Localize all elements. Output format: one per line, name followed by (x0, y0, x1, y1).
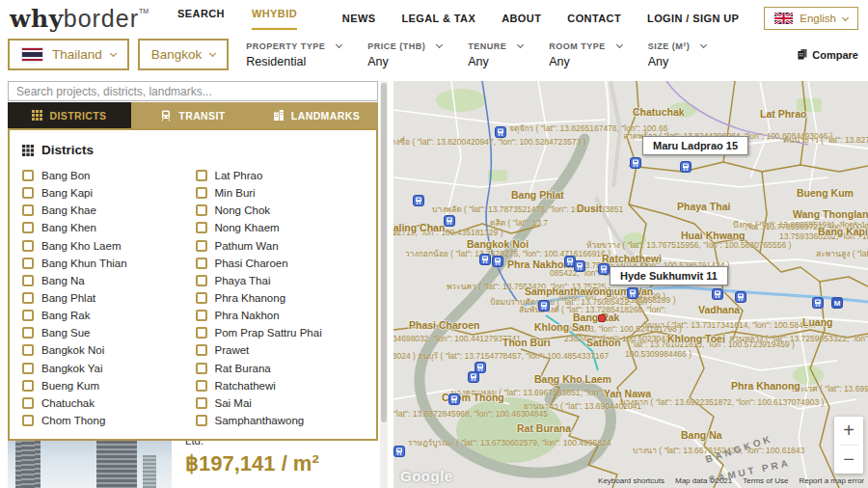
transit-station-marker[interactable] (680, 161, 692, 173)
tab-districts[interactable]: DISTRICTS (8, 102, 131, 128)
tab-landmarks[interactable]: LANDMARKS (255, 102, 378, 128)
checkbox[interactable] (196, 240, 207, 252)
attribution-keyboard-shortcuts[interactable]: Keyboard shortcuts (598, 476, 665, 485)
nav-contact[interactable]: CONTACT (567, 13, 621, 24)
district-checkbox-item[interactable]: Pathum Wan (196, 240, 369, 252)
district-checkbox-item[interactable]: Bang Phlat (22, 292, 196, 304)
search-input[interactable] (8, 81, 378, 101)
checkbox[interactable] (196, 380, 207, 392)
district-checkbox-item[interactable]: Bang Na (22, 275, 196, 286)
district-checkbox-item[interactable]: Phra Nakhon (196, 310, 369, 321)
checkbox[interactable] (22, 415, 34, 426)
transit-station-marker[interactable] (393, 446, 405, 457)
filter-price-thb-[interactable]: PRICE (THB)Any (367, 41, 442, 68)
zoom-in-button[interactable]: + (834, 417, 863, 445)
district-checkbox-item[interactable]: Bang Khen (22, 222, 196, 233)
attribution-terms-of-use[interactable]: Terms of Use (743, 476, 788, 485)
transit-station-marker[interactable] (479, 254, 491, 265)
transit-station-marker[interactable] (574, 260, 585, 272)
checkbox[interactable] (196, 258, 207, 269)
district-checkbox-item[interactable]: Bangkok Noi (22, 344, 196, 356)
district-checkbox-item[interactable]: Chom Thong (22, 415, 196, 426)
district-checkbox-item[interactable]: Bang Bon (22, 170, 196, 181)
district-checkbox-item[interactable]: Phra Khanong (196, 292, 369, 304)
tab-transit[interactable]: TRANSIT (131, 102, 255, 128)
filter-tenure[interactable]: TENUREAny (468, 41, 523, 68)
district-checkbox-item[interactable]: Bueng Kum (22, 380, 196, 392)
checkbox[interactable] (196, 222, 207, 233)
district-checkbox-item[interactable]: Chatuchak (22, 397, 196, 409)
checkbox[interactable] (22, 187, 34, 199)
checkbox[interactable] (22, 344, 34, 356)
filter-size-m-[interactable]: SIZE (M²)Any (648, 41, 707, 68)
checkbox[interactable] (22, 240, 34, 252)
map-canvas[interactable]: จตุจักร ( "lat": 13.8265167478, "lon": 1… (393, 81, 868, 488)
district-checkbox-item[interactable]: Bang Khae (22, 204, 196, 216)
country-select[interactable]: Thailand (8, 39, 129, 70)
district-checkbox-item[interactable]: Prawet (196, 344, 369, 356)
checkbox[interactable] (196, 327, 207, 339)
checkbox[interactable] (22, 310, 34, 321)
transit-station-marker[interactable] (735, 291, 746, 303)
district-checkbox-item[interactable]: Bang Kho Laem (22, 240, 196, 252)
checkbox[interactable] (196, 187, 207, 199)
language-selector[interactable]: English (764, 7, 858, 30)
district-checkbox-item[interactable]: Pom Prap Sattru Phai (196, 327, 369, 339)
scrollbar-track[interactable] (380, 81, 388, 488)
checkbox[interactable] (196, 397, 207, 409)
district-checkbox-item[interactable]: Min Buri (196, 187, 369, 199)
district-checkbox-item[interactable]: Bang Kapi (22, 187, 196, 199)
transit-station-marker[interactable] (627, 287, 638, 299)
checkbox[interactable] (22, 380, 34, 392)
checkbox[interactable] (196, 344, 207, 356)
checkbox[interactable] (196, 204, 207, 216)
transit-station-marker[interactable] (444, 215, 455, 227)
checkbox[interactable] (196, 310, 207, 321)
attribution-map-data-2021[interactable]: Map data ©2021 (675, 476, 732, 485)
map-red-marker[interactable] (598, 314, 606, 322)
nav-about[interactable]: ABOUT (502, 13, 541, 24)
checkbox[interactable] (196, 170, 207, 181)
nav-news[interactable]: NEWS (342, 13, 376, 24)
attribution-report-a-map-error[interactable]: Report a map error (799, 476, 864, 485)
checkbox[interactable] (22, 170, 34, 181)
checkbox[interactable] (22, 222, 34, 233)
nav-whybid[interactable]: WHYBID (252, 8, 297, 30)
checkbox[interactable] (196, 292, 207, 304)
district-checkbox-item[interactable]: Nong Khaem (196, 222, 369, 233)
transit-station-marker[interactable]: M (831, 297, 843, 309)
district-checkbox-item[interactable]: Rat Burana (196, 363, 369, 374)
filter-room-type[interactable]: ROOM TYPEAny (549, 41, 622, 68)
transit-station-marker[interactable] (448, 393, 460, 405)
nav-search[interactable]: SEARCH (177, 8, 225, 30)
transit-station-marker[interactable] (468, 371, 479, 383)
transit-station-marker[interactable] (538, 300, 550, 312)
checkbox[interactable] (22, 327, 34, 339)
district-checkbox-item[interactable]: Phaya Thai (196, 275, 369, 286)
district-checkbox-item[interactable]: Sai Mai (196, 397, 369, 409)
checkbox[interactable] (22, 275, 34, 286)
checkbox[interactable] (196, 275, 207, 286)
nav-legal-tax[interactable]: LEGAL & TAX (401, 13, 475, 24)
district-checkbox-item[interactable]: Bang Rak (22, 310, 196, 321)
checkbox[interactable] (22, 292, 34, 304)
checkbox[interactable] (196, 363, 207, 374)
district-checkbox-item[interactable]: Bang Khun Thian (22, 258, 196, 269)
checkbox[interactable] (22, 363, 34, 374)
logo[interactable]: whyborderTM (10, 5, 149, 33)
city-select[interactable]: Bangkok (138, 39, 230, 70)
checkbox[interactable] (196, 415, 207, 426)
transit-station-marker[interactable] (495, 126, 506, 138)
transit-station-marker[interactable] (812, 297, 824, 309)
district-checkbox-item[interactable]: Bangkok Yai (22, 363, 196, 374)
transit-station-marker[interactable] (598, 263, 610, 275)
compare-button[interactable]: Compare (798, 49, 858, 61)
district-checkbox-item[interactable]: Ratchathewi (196, 380, 369, 392)
scrollbar-thumb[interactable] (381, 83, 387, 422)
transit-station-marker[interactable] (630, 157, 641, 169)
checkbox[interactable] (22, 397, 34, 409)
nav-login-sign-up[interactable]: LOGIN / SIGN UP (647, 13, 739, 24)
checkbox[interactable] (22, 204, 34, 216)
google-logo[interactable]: Google (400, 468, 453, 484)
filter-property-type[interactable]: PROPERTY TYPEResidential (246, 41, 341, 68)
